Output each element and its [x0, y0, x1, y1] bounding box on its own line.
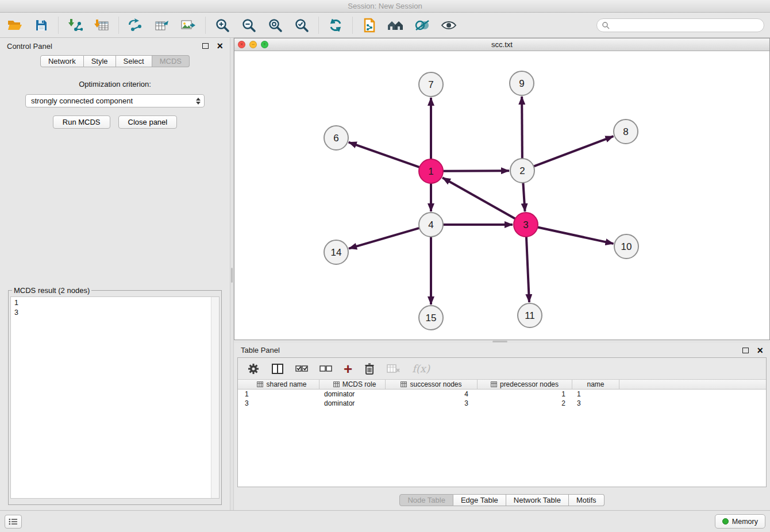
column-header-successor-nodes[interactable]: successor nodes — [386, 380, 478, 389]
show-hide-details-button[interactable] — [440, 16, 458, 35]
gear-icon — [247, 363, 260, 375]
graph-node-9[interactable]: 9 — [510, 71, 534, 95]
table-row[interactable]: 1dominator411 — [238, 390, 766, 399]
table-cell-mcds_role[interactable]: dominator — [319, 390, 386, 399]
graph-node-10[interactable]: 10 — [614, 234, 638, 259]
zoom-selected-icon — [294, 18, 309, 33]
toolbar-separator — [205, 17, 206, 34]
delete-table-button[interactable] — [387, 361, 401, 377]
graph-edge-1-6[interactable] — [349, 142, 419, 167]
memory-button[interactable]: Memory — [715, 514, 765, 529]
import-table-button[interactable] — [93, 16, 111, 35]
network-from-document-button[interactable] — [360, 16, 379, 35]
graph-node-7[interactable]: 7 — [419, 72, 443, 97]
tab-edge-table[interactable]: Edge Table — [453, 494, 506, 506]
home-button[interactable] — [387, 16, 405, 35]
table-panel-float-button[interactable] — [742, 348, 749, 353]
svg-text:2: 2 — [519, 165, 525, 176]
search-box[interactable] — [596, 18, 764, 32]
graph-edge-4-14[interactable] — [349, 228, 419, 249]
table-row[interactable]: 3dominator323 — [238, 399, 766, 408]
tab-style[interactable]: Style — [84, 55, 116, 67]
table-cell-mcds_role[interactable]: dominator — [319, 399, 386, 408]
mcds-result-item[interactable]: 1 — [14, 298, 207, 308]
import-network-button[interactable] — [66, 16, 84, 35]
unselect-all-columns-button[interactable] — [319, 361, 332, 377]
criterion-dropdown[interactable]: strongly connected component — [25, 94, 205, 107]
zoom-selected-button[interactable] — [292, 16, 311, 35]
svg-text:8: 8 — [623, 126, 628, 137]
tab-select[interactable]: Select — [116, 55, 152, 67]
graph-edge-3-1[interactable] — [442, 178, 515, 218]
graph-node-11[interactable]: 11 — [518, 303, 542, 327]
graph-edge-3-10[interactable] — [538, 227, 614, 244]
function-builder-button[interactable]: f(x) — [412, 361, 430, 377]
table-cell-predecessor_nodes[interactable]: 1 — [478, 390, 572, 399]
select-all-columns-button[interactable] — [295, 361, 308, 377]
network-graph[interactable]: 7968124314101511 — [234, 51, 769, 340]
graph-node-4[interactable]: 4 — [419, 213, 443, 237]
result-scrollbar[interactable] — [211, 297, 219, 498]
tab-mcds[interactable]: MCDS — [152, 55, 190, 67]
graph-node-1[interactable]: 1 — [419, 159, 443, 183]
show-columns-button[interactable] — [271, 361, 284, 377]
delete-table-icon — [387, 364, 401, 374]
column-header-mcds-role[interactable]: MCDS role — [319, 380, 386, 389]
column-header-predecessor-nodes[interactable]: predecessor nodes — [478, 380, 572, 389]
table-panel-close-button[interactable]: × — [757, 346, 763, 354]
column-header-name[interactable]: name — [572, 380, 619, 389]
graph-edge-2-8[interactable] — [534, 136, 614, 166]
close-panel-button[interactable]: Close panel — [118, 115, 178, 129]
graph-edge-1-2[interactable] — [443, 171, 509, 171]
table-cell-successor_nodes[interactable]: 4 — [386, 390, 478, 399]
apply-layout-button[interactable] — [326, 16, 345, 35]
run-mcds-button[interactable]: Run MCDS — [53, 115, 110, 129]
maximize-window-button[interactable]: + — [261, 41, 268, 48]
minimize-window-button[interactable]: − — [249, 41, 257, 48]
column-header-shared-name[interactable]: shared name — [238, 380, 319, 389]
graph-node-14[interactable]: 14 — [324, 240, 348, 264]
table-cell-name[interactable]: 3 — [572, 399, 619, 408]
style-filter-button[interactable] — [413, 16, 432, 35]
table-cell-predecessor_nodes[interactable]: 2 — [478, 399, 572, 408]
create-column-button[interactable]: + — [344, 361, 352, 377]
graph-node-15[interactable]: 15 — [419, 306, 443, 330]
graph-edge-2-3[interactable] — [523, 183, 525, 211]
control-panel-float-button[interactable] — [202, 43, 209, 49]
graph-node-8[interactable]: 8 — [614, 119, 638, 144]
table-cell-shared_name[interactable]: 1 — [238, 390, 319, 399]
mcds-result-item[interactable]: 3 — [14, 308, 207, 318]
checked-boxes-icon — [295, 364, 308, 373]
graph-edge-3-11[interactable] — [526, 237, 529, 302]
export-table-button[interactable] — [153, 16, 171, 35]
network-canvas[interactable]: 7968124314101511 — [234, 51, 769, 340]
graph-edge-2-9[interactable] — [522, 97, 522, 159]
tab-motifs[interactable]: Motifs — [569, 494, 605, 506]
tab-node-table[interactable]: Node Table — [399, 494, 453, 506]
zoom-out-button[interactable] — [240, 16, 258, 35]
mcds-result-list[interactable]: 13 — [11, 297, 211, 498]
panel-splitter-vertical[interactable] — [230, 38, 234, 510]
table-cell-name[interactable]: 1 — [572, 390, 619, 399]
apply-layout-icon — [328, 18, 343, 33]
table-cell-shared_name[interactable]: 3 — [238, 399, 319, 408]
control-panel-close-button[interactable]: × — [217, 42, 223, 50]
zoom-fit-button[interactable] — [266, 16, 284, 35]
graph-node-2[interactable]: 2 — [510, 159, 534, 183]
graph-node-6[interactable]: 6 — [324, 126, 348, 150]
open-file-button[interactable] — [6, 16, 24, 35]
search-input[interactable] — [613, 21, 759, 30]
table-settings-button[interactable] — [247, 361, 260, 377]
tab-network-table[interactable]: Network Table — [506, 494, 569, 506]
close-window-button[interactable]: × — [238, 41, 245, 48]
table-cell-successor_nodes[interactable]: 3 — [386, 399, 478, 408]
zoom-in-button[interactable] — [213, 16, 232, 35]
save-session-button[interactable] — [32, 16, 51, 35]
export-image-button[interactable] — [179, 16, 198, 35]
graph-node-3[interactable]: 3 — [514, 213, 538, 237]
panel-menu-button[interactable] — [5, 515, 22, 529]
export-network-button[interactable] — [126, 16, 145, 35]
tab-network[interactable]: Network — [40, 55, 84, 67]
delete-columns-button[interactable] — [364, 361, 375, 377]
window-title: Session: New Session — [348, 2, 422, 10]
